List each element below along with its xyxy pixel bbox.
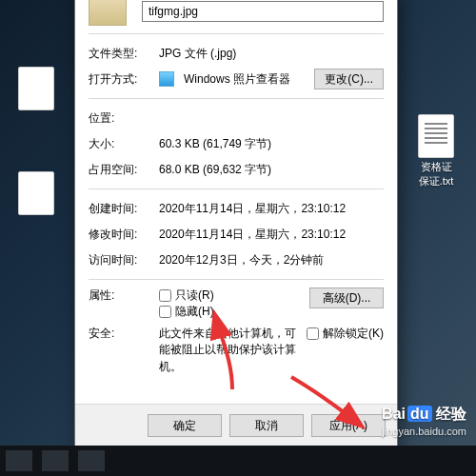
- change-button[interactable]: 更改(C)...: [314, 69, 384, 89]
- label-location: 位置:: [89, 110, 149, 127]
- separator: [89, 188, 384, 189]
- desktop-icon[interactable]: [8, 171, 65, 217]
- unblock-checkbox[interactable]: 解除锁定(K): [307, 326, 384, 342]
- label-created: 创建时间:: [89, 201, 149, 217]
- value-modified: 2020年11月14日，星期六，23:10:12: [159, 227, 384, 243]
- value-accessed: 2020年12月3日，今天，2分钟前: [159, 252, 384, 268]
- hidden-checkbox-label: 隐藏(H): [175, 304, 214, 320]
- label-attributes: 属性:: [89, 288, 149, 304]
- ok-button[interactable]: 确定: [148, 414, 222, 437]
- file-icon: [18, 67, 54, 110]
- label-openwith: 打开方式:: [89, 71, 149, 88]
- label-accessed: 访问时间:: [89, 252, 149, 268]
- label-size: 大小:: [89, 136, 149, 152]
- unblock-checkbox-input[interactable]: [307, 327, 319, 340]
- label-filetype: 文件类型:: [89, 46, 149, 62]
- value-openwith: Windows 照片查看器: [184, 71, 305, 88]
- taskbar-item[interactable]: [78, 450, 105, 471]
- separator: [89, 279, 384, 280]
- label-modified: 修改时间:: [89, 227, 149, 243]
- readonly-checkbox-label: 只读(R): [175, 288, 214, 304]
- security-text: 此文件来自其他计算机，可能被阻止以帮助保护该计算机。: [159, 326, 297, 375]
- unblock-checkbox-label: 解除锁定(K): [323, 326, 384, 342]
- file-icon: [18, 171, 54, 215]
- watermark-brand-a: Bai: [382, 406, 406, 422]
- separator: [89, 98, 384, 99]
- value-size: 60.3 KB (61,749 字节): [159, 136, 384, 152]
- taskbar-item[interactable]: [6, 450, 32, 471]
- watermark: Baidu 经验 jingyan.baidu.com: [382, 405, 466, 438]
- readonly-checkbox-input[interactable]: [159, 289, 171, 302]
- watermark-brand-tail: 经验: [436, 406, 466, 422]
- photo-viewer-icon: [159, 71, 174, 87]
- separator: [89, 33, 384, 34]
- desktop-icon-label: 资格证 保证.txt: [407, 160, 465, 188]
- dialog-body: tifgmg.jpg 文件类型: JPG 文件 (.jpg) 打开方式: Win…: [75, 0, 397, 404]
- hidden-checkbox[interactable]: 隐藏(H): [159, 304, 214, 320]
- file-thumbnail-icon: [89, 0, 127, 26]
- filename-input[interactable]: tifgmg.jpg: [142, 1, 384, 22]
- hidden-checkbox-input[interactable]: [159, 306, 171, 318]
- label-security: 安全:: [89, 326, 149, 342]
- desktop-icon-txt[interactable]: 资格证 保证.txt: [407, 114, 465, 188]
- taskbar-item[interactable]: [42, 450, 69, 471]
- apply-button[interactable]: 应用(A): [311, 414, 386, 437]
- cancel-button[interactable]: 取消: [229, 414, 304, 437]
- advanced-button[interactable]: 高级(D)...: [309, 288, 384, 308]
- dialog-footer: 确定 取消 应用(A): [75, 404, 397, 446]
- value-filetype: JPG 文件 (.jpg): [159, 46, 384, 62]
- taskbar[interactable]: [0, 446, 476, 476]
- value-created: 2020年11月14日，星期六，23:10:12: [159, 201, 384, 217]
- watermark-sub: jingyan.baidu.com: [382, 425, 466, 438]
- value-ondisk: 68.0 KB (69,632 字节): [159, 162, 384, 178]
- text-file-icon: [418, 114, 454, 158]
- desktop-background: 资格证 保证.txt tifgmg.jpg 文件类型: JPG 文件 (.jpg…: [0, 0, 476, 476]
- watermark-brand-b: du: [407, 406, 432, 422]
- label-ondisk: 占用空间:: [89, 162, 149, 178]
- readonly-checkbox[interactable]: 只读(R): [159, 288, 214, 304]
- properties-dialog: tifgmg.jpg 文件类型: JPG 文件 (.jpg) 打开方式: Win…: [74, 0, 398, 447]
- desktop-icon[interactable]: [8, 67, 65, 112]
